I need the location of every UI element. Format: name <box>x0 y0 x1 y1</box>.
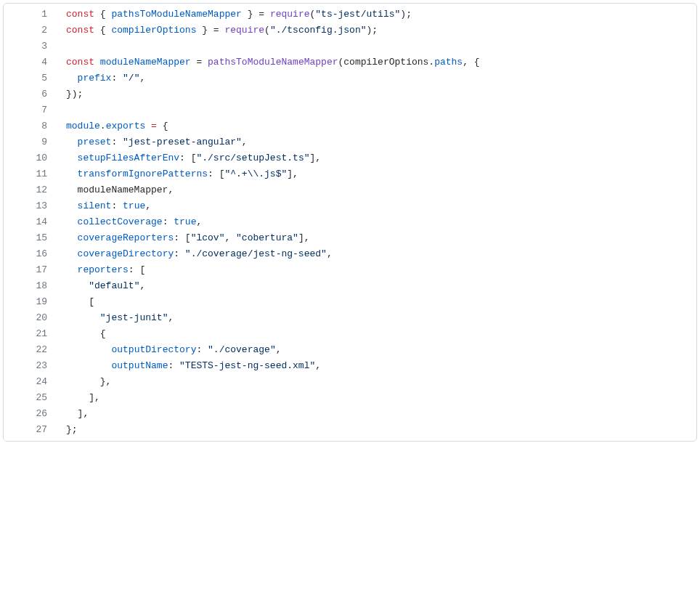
code-token: moduleNameMapper <box>100 57 191 68</box>
code-token: transformIgnorePatterns <box>78 168 208 179</box>
code-token: silent <box>78 200 112 211</box>
code-content[interactable]: coverageReporters: ["lcov", "cobertura"]… <box>54 230 696 246</box>
code-content[interactable]: setupFilesAfterEnv: ["./src/setupJest.ts… <box>54 150 696 166</box>
code-content[interactable]: ], <box>54 406 696 422</box>
code-token: preset <box>78 137 112 147</box>
code-token <box>66 360 111 371</box>
code-token: "/" <box>123 73 139 84</box>
code-token: ], <box>66 392 100 403</box>
code-line: 17 reporters: [ <box>4 262 696 278</box>
line-number: 3 <box>4 38 54 54</box>
code-content[interactable]: module.exports = { <box>54 118 696 134</box>
code-content[interactable]: const { pathsToModuleNameMapper } = requ… <box>54 4 696 23</box>
code-token: exports <box>106 121 146 131</box>
code-content[interactable]: }); <box>54 86 696 102</box>
code-token: : <box>111 137 123 147</box>
code-token: ], <box>287 168 298 179</box>
code-content[interactable]: preset: "jest-preset-angular", <box>54 134 696 150</box>
code-token: : [ <box>208 168 224 179</box>
code-token <box>66 200 78 211</box>
code-token: const <box>66 57 94 68</box>
line-number: 12 <box>4 182 54 198</box>
code-content[interactable]: transformIgnorePatterns: ["^.+\\.js$"], <box>54 166 696 182</box>
code-line: 26 ], <box>4 406 696 422</box>
code-content[interactable]: moduleNameMapper, <box>54 182 696 198</box>
line-number: 11 <box>4 166 54 182</box>
code-line: 15 coverageReporters: ["lcov", "cobertur… <box>4 230 696 246</box>
code-token: "TESTS-jest-ng-seed.xml" <box>179 360 315 371</box>
code-token: : <box>163 216 174 227</box>
code-content[interactable]: [ <box>54 294 696 310</box>
code-content[interactable]: prefix: "/", <box>54 70 696 86</box>
code-token: paths <box>434 57 463 68</box>
line-number: 27 <box>4 422 54 441</box>
code-token <box>66 344 111 355</box>
code-token: , <box>196 216 202 227</box>
code-content[interactable] <box>54 102 696 118</box>
code-token: , <box>139 73 145 84</box>
code-token <box>66 153 78 163</box>
line-number: 18 <box>4 278 54 294</box>
code-token: : <box>196 344 208 355</box>
code-content[interactable]: outputName: "TESTS-jest-ng-seed.xml", <box>54 358 696 374</box>
code-token: prefix <box>78 73 112 84</box>
code-content[interactable]: reporters: [ <box>54 262 696 278</box>
line-number: 1 <box>4 4 54 23</box>
code-token: const <box>66 25 94 36</box>
code-content[interactable]: silent: true, <box>54 198 696 214</box>
code-content[interactable]: }, <box>54 374 696 390</box>
code-token: }, <box>66 376 111 387</box>
code-content[interactable]: const moduleNameMapper = pathsToModuleNa… <box>54 54 696 70</box>
code-token <box>66 280 89 291</box>
code-content[interactable] <box>54 38 696 54</box>
code-line: 23 outputName: "TESTS-jest-ng-seed.xml", <box>4 358 696 374</box>
line-number: 15 <box>4 230 54 246</box>
line-number: 6 <box>4 86 54 102</box>
code-line: 12 moduleNameMapper, <box>4 182 696 198</box>
code-content[interactable]: }; <box>54 422 696 441</box>
code-content[interactable]: outputDirectory: "./coverage", <box>54 342 696 358</box>
code-token <box>66 168 78 179</box>
code-token <box>66 232 78 243</box>
code-token <box>66 248 78 259</box>
code-content[interactable]: { <box>54 326 696 342</box>
code-token: "lcov" <box>191 232 225 243</box>
code-content[interactable]: const { compilerOptions } = require("./t… <box>54 23 696 38</box>
code-content[interactable]: coverageDirectory: "./coverage/jest-ng-s… <box>54 246 696 262</box>
code-line: 18 "default", <box>4 278 696 294</box>
code-token: "./coverage" <box>208 344 276 355</box>
code-token: = <box>191 57 208 68</box>
code-token: { <box>157 121 168 131</box>
code-line: 21 { <box>4 326 696 342</box>
code-token: , <box>242 137 248 147</box>
code-token: pathsToModuleNameMapper <box>208 57 338 68</box>
code-token: "cobertura" <box>236 232 298 243</box>
code-line: 22 outputDirectory: "./coverage", <box>4 342 696 358</box>
code-token <box>66 216 78 227</box>
code-token: ], <box>309 153 321 163</box>
line-number: 9 <box>4 134 54 150</box>
code-token: : <box>174 248 185 259</box>
code-token: reporters <box>78 264 129 275</box>
code-content[interactable]: "default", <box>54 278 696 294</box>
code-content[interactable]: ], <box>54 390 696 406</box>
code-token: }); <box>66 89 83 99</box>
line-number: 4 <box>4 54 54 70</box>
code-content[interactable]: collectCoverage: true, <box>54 214 696 230</box>
code-token: { <box>94 25 111 36</box>
code-token: "./src/setupJest.ts" <box>196 153 309 163</box>
code-token: : [ <box>174 232 190 243</box>
code-block: 1const { pathsToModuleNameMapper } = req… <box>3 3 697 442</box>
code-line: 1const { pathsToModuleNameMapper } = req… <box>4 4 696 23</box>
code-token: : [ <box>179 153 196 163</box>
code-token: , <box>315 360 321 371</box>
code-table: 1const { pathsToModuleNameMapper } = req… <box>4 4 696 441</box>
code-token: compilerOptions <box>343 57 428 68</box>
code-token: : <box>111 73 123 84</box>
code-token: "ts-jest/utils" <box>315 9 400 20</box>
code-line: 9 preset: "jest-preset-angular", <box>4 134 696 150</box>
line-number: 17 <box>4 262 54 278</box>
code-content[interactable]: "jest-junit", <box>54 310 696 326</box>
code-token: ); <box>400 9 412 20</box>
code-token: compilerOptions <box>111 25 196 36</box>
